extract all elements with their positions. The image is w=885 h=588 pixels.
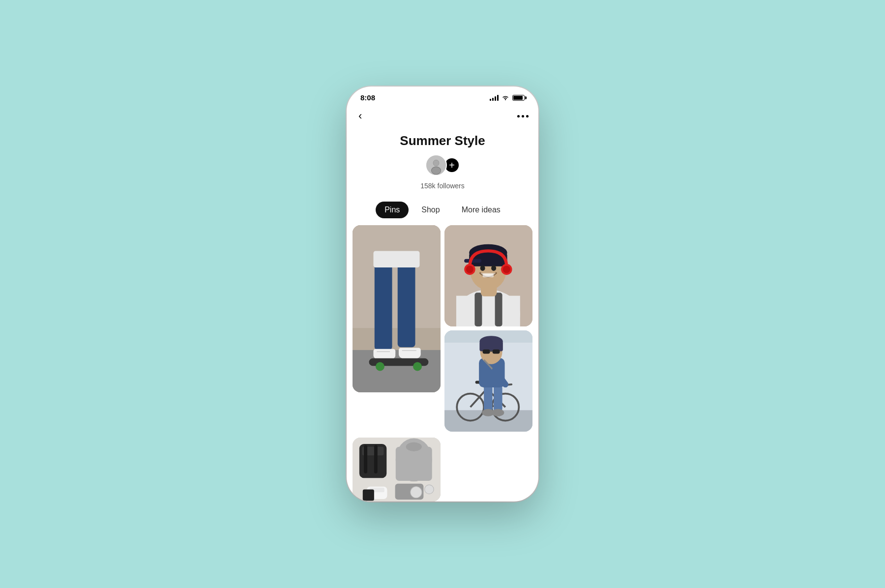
- svg-rect-14: [399, 348, 421, 355]
- status-icons: [490, 95, 525, 101]
- followers-count: 158k followers: [420, 182, 465, 190]
- headphones-illustration: [444, 225, 532, 326]
- svg-rect-54: [483, 350, 490, 354]
- back-button[interactable]: ‹: [356, 108, 364, 124]
- svg-rect-7: [353, 350, 441, 392]
- nav-bar: ‹: [347, 106, 538, 128]
- svg-point-68: [406, 442, 422, 451]
- pin-skater[interactable]: [353, 225, 441, 392]
- wifi-icon: [502, 95, 509, 101]
- tab-shop[interactable]: Shop: [413, 202, 448, 218]
- svg-rect-49: [494, 385, 502, 411]
- svg-point-36: [503, 265, 510, 273]
- svg-point-16: [376, 362, 384, 371]
- svg-rect-24: [495, 293, 502, 326]
- tab-bar: Pins Shop More ideas: [347, 198, 538, 225]
- pin-flatlay[interactable]: [353, 438, 441, 501]
- avatar-image: [426, 155, 446, 175]
- svg-rect-65: [374, 445, 378, 473]
- svg-rect-9: [398, 262, 415, 347]
- avatar[interactable]: [425, 154, 447, 176]
- phone-frame: 8:08 ‹: [347, 87, 538, 501]
- board-creator: +: [425, 154, 460, 176]
- pin-street[interactable]: [444, 330, 532, 432]
- svg-point-31: [491, 265, 496, 271]
- battery-icon: [512, 95, 525, 101]
- status-bar: 8:08: [347, 87, 538, 106]
- svg-point-74: [425, 485, 434, 494]
- tab-pins[interactable]: Pins: [376, 202, 409, 218]
- svg-rect-55: [493, 350, 500, 354]
- street-illustration: [444, 330, 532, 432]
- status-time: 8:08: [360, 93, 375, 102]
- more-options-button[interactable]: [517, 115, 529, 118]
- svg-rect-12: [374, 349, 396, 357]
- svg-rect-23: [474, 293, 482, 326]
- board-header: Summer Style + 158k followers: [347, 128, 538, 198]
- svg-rect-10: [374, 251, 420, 268]
- svg-point-35: [466, 265, 473, 273]
- skater-illustration: [353, 225, 441, 392]
- flatlay-illustration: [353, 438, 441, 501]
- svg-rect-32: [483, 274, 494, 277]
- signal-icon: [490, 95, 499, 101]
- tab-more-ideas[interactable]: More ideas: [453, 202, 509, 218]
- svg-point-3: [433, 160, 439, 166]
- svg-rect-67: [396, 447, 432, 481]
- pin-headphones[interactable]: [444, 225, 532, 326]
- svg-point-59: [492, 409, 504, 416]
- svg-point-17: [413, 362, 422, 371]
- svg-rect-53: [479, 341, 502, 351]
- svg-rect-8: [375, 262, 392, 350]
- svg-rect-64: [364, 445, 367, 473]
- svg-rect-22: [456, 296, 520, 326]
- svg-rect-6: [353, 225, 441, 328]
- svg-point-4: [432, 167, 441, 175]
- board-title: Summer Style: [400, 133, 485, 148]
- svg-rect-72: [363, 489, 374, 500]
- svg-point-73: [411, 487, 422, 498]
- svg-rect-48: [484, 385, 492, 411]
- svg-point-30: [480, 265, 485, 271]
